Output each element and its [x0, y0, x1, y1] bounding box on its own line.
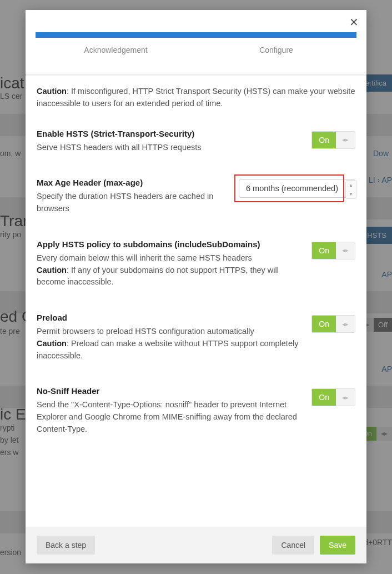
- desc-line: Permit browsers to preload HSTS configur…: [37, 327, 254, 336]
- setting-title: No-Sniff Header: [37, 386, 301, 396]
- modal-body: Caution: If misconfigured, HTTP Strict T…: [26, 76, 366, 527]
- toggle-enable-hsts[interactable]: On ◂▸: [311, 131, 355, 149]
- toggle-on-label: On: [312, 389, 336, 406]
- setting-nosniff: No-Sniff Header Send the "X-Content-Type…: [37, 386, 355, 435]
- setting-title: Apply HSTS policy to subdomains (include…: [37, 239, 301, 249]
- top-caution: Caution: If misconfigured, HTTP Strict T…: [37, 86, 355, 110]
- back-button[interactable]: Back a step: [37, 536, 95, 555]
- caution-text: : If misconfigured, HTTP Strict Transpor…: [37, 87, 355, 108]
- desc-line: Every domain below this will inherit the…: [37, 253, 252, 262]
- progress-bar: [36, 32, 356, 38]
- toggle-preload[interactable]: On ◂▸: [311, 315, 355, 333]
- toggle-handle-icon: ◂▸: [336, 316, 355, 332]
- step-acknowledgement[interactable]: Acknowledgement: [36, 42, 196, 67]
- setting-title: Enable HSTS (Strict-Transport-Security): [37, 129, 301, 138]
- close-icon[interactable]: ✕: [349, 16, 359, 29]
- setting-desc: Specify the duration HSTS headers are ca…: [37, 191, 229, 215]
- cancel-button[interactable]: Cancel: [272, 536, 314, 555]
- stepper-icon[interactable]: ▲▼: [345, 180, 356, 199]
- caution-label: Caution: [37, 87, 67, 96]
- modal-header: ✕ Acknowledgement Configure: [26, 10, 366, 74]
- setting-title: Max Age Header (max-age): [37, 178, 229, 187]
- caution-label: Caution: [37, 266, 67, 274]
- setting-desc: Permit browsers to preload HSTS configur…: [37, 326, 301, 362]
- toggle-on-label: On: [312, 132, 336, 148]
- modal-footer: Back a step Cancel Save: [26, 527, 366, 563]
- toggle-subdomains[interactable]: On ◂▸: [311, 242, 355, 259]
- desc-caution: : If any of your subdomains do not suppo…: [37, 266, 279, 287]
- setting-max-age: Max Age Header (max-age) Specify the dur…: [37, 178, 355, 215]
- toggle-handle-icon: ◂▸: [336, 242, 355, 259]
- caution-label: Caution: [37, 339, 67, 348]
- toggle-on-label: On: [312, 242, 336, 259]
- toggle-handle-icon: ◂▸: [336, 132, 355, 148]
- hsts-modal: ✕ Acknowledgement Configure Caution: If …: [26, 10, 366, 563]
- setting-subdomains: Apply HSTS policy to subdomains (include…: [37, 239, 355, 288]
- desc-caution: : Preload can make a website without HTT…: [37, 339, 298, 360]
- setting-desc: Every domain below this will inherit the…: [37, 252, 301, 288]
- toggle-nosniff[interactable]: On ◂▸: [311, 388, 355, 406]
- setting-enable-hsts: Enable HSTS (Strict-Transport-Security) …: [37, 129, 355, 154]
- setting-preload: Preload Permit browsers to preload HSTS …: [37, 313, 355, 362]
- select-value: 6 months (recommended): [239, 179, 355, 198]
- step-tabs: Acknowledgement Configure: [36, 42, 356, 67]
- max-age-select[interactable]: 6 months (recommended) ▲▼: [239, 179, 355, 198]
- setting-desc: Send the "X-Content-Type-Options: nosnif…: [37, 399, 301, 435]
- setting-title: Preload: [37, 313, 301, 322]
- step-configure[interactable]: Configure: [196, 42, 356, 67]
- toggle-on-label: On: [312, 316, 336, 332]
- toggle-handle-icon: ◂▸: [336, 389, 355, 406]
- save-button[interactable]: Save: [320, 536, 355, 555]
- setting-desc: Serve HSTS headers with all HTTPS reques…: [37, 142, 301, 154]
